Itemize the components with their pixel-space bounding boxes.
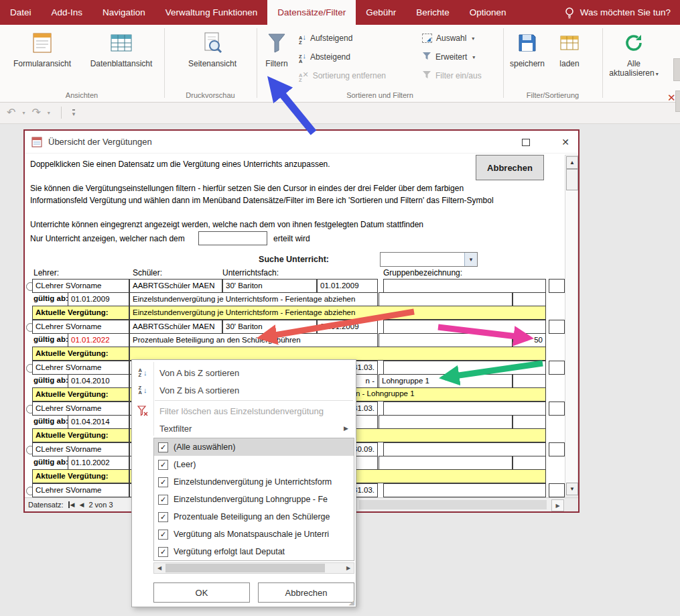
field-gruppenbezeichnung[interactable] bbox=[383, 442, 546, 456]
tab-gebuehr[interactable]: Gebühr bbox=[356, 0, 406, 25]
datenblattansicht-button[interactable]: Datenblattansicht bbox=[82, 29, 161, 68]
tab-verwaltung-funktionen[interactable]: Verwaltung Funktionen bbox=[155, 0, 267, 25]
checkbox-checked-icon[interactable] bbox=[158, 495, 168, 505]
field-prozent[interactable] bbox=[513, 292, 546, 306]
scroll-up-icon[interactable]: ▲ bbox=[566, 156, 578, 169]
menu-sort-za[interactable]: ↓ Von Z bis A sortieren bbox=[133, 381, 355, 399]
field-extra[interactable] bbox=[549, 442, 565, 456]
field-lehrer[interactable]: CLehrer SVorname bbox=[32, 320, 129, 334]
vertical-scrollbar[interactable]: ▲ ▼ bbox=[565, 155, 578, 497]
checkbox-checked-icon[interactable] bbox=[158, 460, 168, 470]
field-gruppenbezeichnung[interactable] bbox=[383, 402, 546, 416]
previous-record-icon[interactable]: ◀ bbox=[80, 501, 84, 508]
menu-abbrechen-button[interactable]: Abbrechen bbox=[258, 582, 354, 603]
field-extra[interactable] bbox=[549, 402, 565, 416]
tab-add-ins[interactable]: Add-Ins bbox=[42, 0, 93, 25]
field-gruppenbezeichnung[interactable] bbox=[383, 320, 546, 334]
filter-option-monatspauschale[interactable]: Vergütung als Monatspauschale je Unterri bbox=[154, 526, 354, 543]
erweitert-button[interactable]: Erweitert▾ bbox=[422, 49, 475, 65]
filter-option-deputat[interactable]: Vergütung erfolgt laut Deputat bbox=[154, 543, 354, 560]
tab-berichte[interactable]: Berichte bbox=[406, 0, 460, 25]
date-filter-input[interactable] bbox=[198, 231, 267, 245]
checkbox-checked-icon[interactable] bbox=[158, 547, 168, 557]
field-gueltig-ab[interactable]: 01.04.2010 bbox=[68, 374, 129, 388]
field-lehrer[interactable]: CLehrer SVorname bbox=[32, 279, 129, 293]
dialog-abbrechen-button[interactable]: Abbrechen bbox=[476, 155, 544, 180]
checkbox-checked-icon[interactable] bbox=[158, 512, 168, 522]
field-lehrer[interactable]: CLehrer SVorname bbox=[32, 442, 129, 456]
field-gueltig-ab[interactable]: 01.10.2002 bbox=[68, 456, 129, 470]
field-gueltig-ab[interactable]: 01.04.2014 bbox=[68, 415, 129, 429]
filter-speichern-button[interactable]: speichern bbox=[506, 29, 548, 68]
field-unterrichtsfach[interactable]: 30' Bariton bbox=[222, 279, 317, 293]
field-datum[interactable]: 01.01.2009 bbox=[317, 279, 378, 293]
aufsteigend-button[interactable]: ↓ Aufsteigend bbox=[299, 30, 352, 46]
list-scrollbar-thumb[interactable] bbox=[165, 564, 325, 572]
tab-navigation[interactable]: Navigation bbox=[92, 0, 155, 25]
resize-grip-icon[interactable]: ◢ bbox=[349, 598, 354, 607]
undo-dropdown-icon[interactable]: ▾ bbox=[22, 110, 25, 116]
filter-laden-button[interactable]: laden bbox=[551, 29, 588, 68]
field-gruppenbezeichnung[interactable] bbox=[383, 279, 546, 293]
auswahl-button[interactable]: Auswahl▾ bbox=[422, 30, 474, 46]
filter-option-einzelstunden-lohngruppe[interactable]: Einzelstundenvergütung Lohngruppe - Fe bbox=[154, 491, 354, 508]
field-lohngruppe[interactable] bbox=[379, 333, 513, 347]
field-extra[interactable] bbox=[549, 361, 565, 375]
field-schueler[interactable]: AABRTGSchüler MAEN bbox=[129, 320, 222, 334]
field-lehrer[interactable]: CLehrer SVorname bbox=[32, 402, 129, 416]
field-lehrer[interactable]: CLehrer SVorname bbox=[32, 483, 129, 497]
field-lehrer[interactable]: CLehrer SVorname bbox=[32, 361, 129, 375]
tab-optionen[interactable]: Optionen bbox=[460, 0, 517, 25]
alle-aktualisieren-button[interactable]: Alle aktualisieren▾ bbox=[607, 29, 661, 79]
redo-dropdown-icon[interactable]: ▾ bbox=[48, 110, 50, 116]
menu-text-filter[interactable]: Textfilter ▶ bbox=[133, 420, 355, 437]
horizontal-scrollbar-thumb[interactable] bbox=[359, 500, 547, 509]
scroll-right-icon[interactable]: ▶ bbox=[343, 563, 354, 573]
field-datum[interactable]: 01.01.2009 bbox=[317, 320, 378, 334]
filter-option-leer[interactable]: (Leer) bbox=[154, 456, 354, 473]
field-verguetung[interactable]: Einzelstundenvergütung je Unterrichtsfor… bbox=[129, 292, 378, 306]
combo-dropdown-icon[interactable]: ▾ bbox=[464, 253, 477, 266]
field-verguetung[interactable]: Prozentuale Beteiligung an den Schülerge… bbox=[129, 333, 378, 347]
customize-toolbar-icon[interactable]: ▾ bbox=[72, 109, 76, 117]
field-gueltig-ab[interactable]: 01.01.2009 bbox=[68, 292, 129, 306]
field-prozent[interactable] bbox=[513, 415, 546, 429]
maximize-button[interactable] bbox=[517, 134, 535, 150]
undo-icon[interactable]: ↶ bbox=[7, 107, 15, 118]
field-extra[interactable] bbox=[549, 279, 565, 293]
ok-button[interactable]: OK bbox=[153, 582, 250, 603]
field-lohngruppe[interactable] bbox=[379, 292, 513, 306]
filter-option-prozentuale-beteiligung[interactable]: Prozentuale Beteiligung an den Schülerge bbox=[154, 508, 354, 526]
tell-me-box[interactable]: Was möchten Sie tun? bbox=[564, 0, 680, 25]
filtern-button[interactable]: Filtern bbox=[259, 29, 295, 68]
field-prozent[interactable] bbox=[513, 374, 546, 388]
menu-sort-az[interactable]: ↓ Von A bis Z sortieren bbox=[133, 364, 355, 381]
list-horizontal-scrollbar[interactable]: ◀ ▶ bbox=[153, 562, 354, 574]
field-lohngruppe[interactable] bbox=[379, 456, 513, 470]
checkbox-checked-icon[interactable] bbox=[158, 442, 168, 452]
checkbox-checked-icon[interactable] bbox=[158, 477, 168, 487]
scroll-down-icon[interactable]: ▼ bbox=[566, 483, 578, 495]
delete-icon[interactable]: ✕ bbox=[667, 92, 676, 104]
field-schueler[interactable]: AABRTGSchüler MAEN bbox=[129, 279, 222, 293]
dialog-title-bar[interactable]: Übersicht der Vergütungen bbox=[25, 131, 578, 153]
field-lohngruppe[interactable]: Lohngruppe 1 bbox=[379, 374, 513, 388]
field-gruppenbezeichnung[interactable] bbox=[383, 361, 546, 375]
field-lohngruppe[interactable] bbox=[379, 415, 513, 429]
filter-option-einzelstunden-unterrichtsform[interactable]: Einzelstundenvergütung je Unterrichtsfor… bbox=[154, 473, 354, 491]
field-prozent[interactable] bbox=[513, 456, 546, 470]
close-button[interactable]: ✕ bbox=[556, 134, 575, 150]
scroll-right-icon[interactable]: ▶ bbox=[551, 499, 564, 511]
redo-icon[interactable]: ↷ bbox=[31, 107, 40, 118]
field-extra[interactable] bbox=[549, 483, 565, 497]
seitenansicht-button[interactable]: Seitenansicht bbox=[176, 29, 249, 68]
field-gruppenbezeichnung[interactable] bbox=[383, 483, 546, 497]
tab-datensaetze-filter[interactable]: Datensätze/Filter bbox=[267, 0, 356, 25]
vertical-scrollbar-thumb[interactable] bbox=[566, 169, 578, 190]
formularansicht-button[interactable]: Formularansicht bbox=[5, 29, 79, 68]
checkbox-checked-icon[interactable] bbox=[158, 530, 168, 540]
field-extra[interactable] bbox=[549, 320, 565, 334]
scroll-left-icon[interactable]: ◀ bbox=[154, 563, 165, 573]
filter-option-select-all[interactable]: (Alle auswählen) bbox=[154, 438, 354, 456]
absteigend-button[interactable]: ↓ Absteigend bbox=[299, 49, 350, 65]
